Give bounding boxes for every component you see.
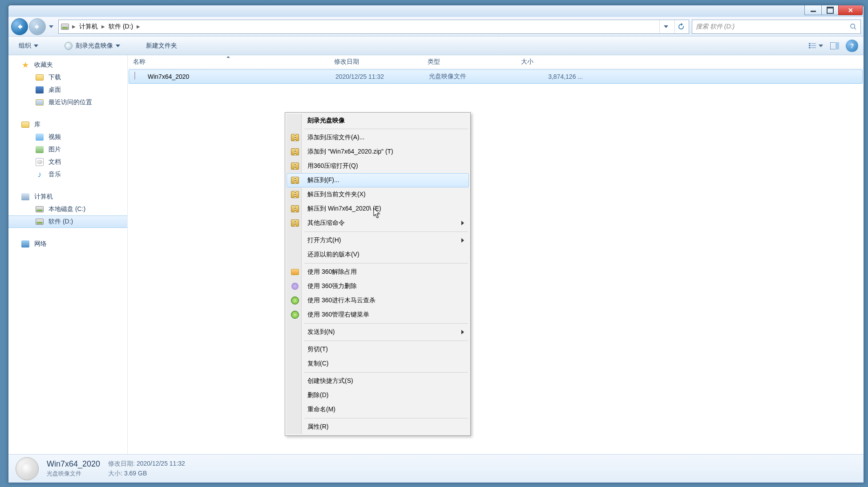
menu-icon bbox=[291, 310, 299, 319]
column-size[interactable]: 大小 bbox=[516, 55, 587, 68]
close-button[interactable] bbox=[838, 5, 863, 15]
delete-icon bbox=[291, 282, 299, 291]
archive-icon bbox=[291, 176, 299, 185]
recent-icon bbox=[35, 98, 44, 107]
organize-button[interactable]: 组织 bbox=[14, 39, 43, 53]
maximize-button[interactable] bbox=[821, 5, 839, 15]
view-options-button[interactable] bbox=[808, 40, 824, 52]
details-type: 光盘映像文件 bbox=[47, 470, 100, 478]
svg-rect-3 bbox=[811, 45, 816, 46]
ctx-360-unlock[interactable]: 使用 360解除占用 bbox=[287, 265, 469, 279]
file-size: 3,874,126 ... bbox=[517, 73, 588, 80]
breadcrumb-separator[interactable]: ▶ bbox=[101, 24, 105, 29]
ctx-360-force-delete[interactable]: 使用 360强力删除 bbox=[287, 279, 469, 293]
library-icon bbox=[21, 120, 30, 129]
ctx-restore-previous[interactable]: 还原以前的版本(V) bbox=[287, 248, 469, 262]
ctx-extract-to-folder[interactable]: 解压到 Win7x64_2020\ (E) bbox=[287, 202, 469, 216]
ctx-360-menu[interactable]: 使用 360管理右键菜单 bbox=[287, 308, 469, 322]
preview-pane-icon bbox=[830, 42, 839, 49]
sidebar-pictures[interactable]: 图片 bbox=[8, 143, 127, 156]
sidebar-favorites-header[interactable]: ★收藏夹 bbox=[8, 59, 127, 71]
toolbar: 组织 刻录光盘映像 新建文件夹 ? bbox=[8, 37, 864, 55]
sidebar-documents[interactable]: 文档 bbox=[8, 156, 127, 168]
file-type: 光盘映像文件 bbox=[424, 73, 517, 81]
preview-pane-button[interactable] bbox=[827, 40, 842, 52]
column-name[interactable]: 名称 bbox=[128, 55, 329, 68]
sidebar-computer-header[interactable]: 计算机 bbox=[8, 191, 127, 203]
computer-icon bbox=[21, 192, 30, 201]
back-button[interactable] bbox=[11, 18, 28, 35]
nav-history-dropdown[interactable] bbox=[47, 21, 56, 32]
ctx-delete[interactable]: 删除(D) bbox=[287, 388, 469, 402]
details-title: Win7x64_2020 bbox=[47, 459, 100, 469]
ctx-send-to[interactable]: 发送到(N) bbox=[287, 325, 469, 339]
file-row[interactable]: Win7x64_2020 2020/12/25 11:32 光盘映像文件 3,8… bbox=[129, 69, 863, 84]
arrow-left-icon bbox=[16, 23, 24, 31]
ctx-burn-image[interactable]: 刻录光盘映像 bbox=[287, 114, 469, 127]
ctx-rename[interactable]: 重命名(M) bbox=[287, 402, 469, 417]
minimize-button[interactable] bbox=[804, 5, 822, 15]
iso-file-icon bbox=[134, 72, 143, 81]
column-type[interactable]: 类型 bbox=[422, 55, 516, 68]
chevron-down-icon bbox=[819, 45, 823, 47]
video-icon bbox=[35, 133, 44, 142]
drive-icon bbox=[35, 217, 44, 226]
ctx-add-to-archive[interactable]: 添加到压缩文件(A)... bbox=[287, 130, 469, 145]
ctx-open-with[interactable]: 打开方式(H) bbox=[287, 233, 469, 248]
sidebar-recent[interactable]: 最近访问的位置 bbox=[8, 96, 127, 109]
ctx-extract-to[interactable]: 解压到(F)... bbox=[287, 173, 469, 187]
desktop-icon bbox=[35, 85, 44, 94]
breadcrumb-separator[interactable]: ▶ bbox=[137, 24, 140, 29]
navigation-pane: ★收藏夹 下载 桌面 最近访问的位置 库 视频 图片 文档 ♪音乐 计算机 本地… bbox=[8, 55, 128, 454]
archive-icon bbox=[291, 190, 299, 199]
ctx-extract-here[interactable]: 解压到当前文件夹(X) bbox=[287, 187, 469, 202]
column-date[interactable]: 修改日期 bbox=[329, 55, 422, 68]
chevron-down-icon bbox=[116, 45, 120, 47]
file-list[interactable]: Win7x64_2020 2020/12/25 11:32 光盘映像文件 3,8… bbox=[128, 69, 864, 454]
disc-thumbnail-icon bbox=[16, 457, 39, 480]
ctx-create-shortcut[interactable]: 创建快捷方式(S) bbox=[287, 374, 469, 388]
sidebar-downloads[interactable]: 下载 bbox=[8, 71, 127, 84]
sidebar-videos[interactable]: 视频 bbox=[8, 131, 127, 143]
ctx-copy[interactable]: 复制(C) bbox=[287, 357, 469, 371]
refresh-button[interactable] bbox=[674, 20, 687, 33]
ctx-360-scan[interactable]: 使用 360进行木马云查杀 bbox=[287, 293, 469, 308]
picture-icon bbox=[35, 145, 44, 154]
svg-rect-0 bbox=[809, 43, 811, 44]
sidebar-cdrive[interactable]: 本地磁盘 (C:) bbox=[8, 203, 127, 215]
arrow-right-icon bbox=[33, 23, 41, 31]
ctx-cut[interactable]: 剪切(T) bbox=[287, 342, 469, 357]
details-text: Win7x64_2020 光盘映像文件 bbox=[47, 459, 100, 478]
context-menu: 刻录光盘映像 添加到压缩文件(A)... 添加到 "Win7x64_2020.z… bbox=[285, 112, 471, 436]
breadcrumb-drive[interactable]: 软件 (D:) bbox=[108, 21, 134, 32]
address-bar[interactable]: ▶ 计算机 ▶ 软件 (D:) ▶ bbox=[58, 20, 689, 34]
ctx-properties[interactable]: 属性(R) bbox=[287, 420, 469, 434]
burn-image-button[interactable]: 刻录光盘映像 bbox=[59, 38, 125, 53]
chevron-down-icon bbox=[664, 25, 668, 28]
sidebar-music[interactable]: ♪音乐 bbox=[8, 168, 127, 181]
disc-icon bbox=[64, 41, 73, 50]
details-meta: 修改日期: 2020/12/25 11:32 大小: 3.69 GB bbox=[108, 460, 185, 478]
sidebar-network-header[interactable]: 网络 bbox=[8, 238, 127, 250]
address-dropdown[interactable] bbox=[659, 20, 672, 33]
file-date: 2020/12/25 11:32 bbox=[330, 73, 424, 80]
sidebar-ddrive[interactable]: 软件 (D:) bbox=[8, 215, 127, 228]
search-placeholder: 搜索 软件 (D:) bbox=[696, 23, 735, 31]
ctx-add-to-zip[interactable]: 添加到 "Win7x64_2020.zip" (T) bbox=[287, 145, 469, 159]
new-folder-button[interactable]: 新建文件夹 bbox=[141, 39, 182, 53]
sidebar-libraries-header[interactable]: 库 bbox=[8, 118, 127, 131]
sidebar-desktop[interactable]: 桌面 bbox=[8, 84, 127, 96]
refresh-icon bbox=[677, 23, 685, 31]
svg-rect-2 bbox=[809, 45, 811, 46]
archive-icon bbox=[291, 162, 299, 170]
ctx-open-360zip[interactable]: 用360压缩打开(Q) bbox=[287, 159, 469, 173]
help-button[interactable]: ? bbox=[846, 40, 858, 52]
chevron-down-icon bbox=[49, 25, 53, 28]
search-input[interactable]: 搜索 软件 (D:) bbox=[692, 20, 861, 34]
archive-icon bbox=[291, 204, 299, 213]
content-area: 名称 修改日期 类型 大小 Win7x64_2020 2020/12/25 11… bbox=[128, 55, 864, 454]
column-headers: 名称 修改日期 类型 大小 bbox=[128, 55, 864, 69]
breadcrumb-computer[interactable]: 计算机 bbox=[78, 21, 99, 32]
breadcrumb-separator[interactable]: ▶ bbox=[72, 24, 76, 29]
ctx-other-compress[interactable]: 其他压缩命令 bbox=[287, 216, 469, 230]
